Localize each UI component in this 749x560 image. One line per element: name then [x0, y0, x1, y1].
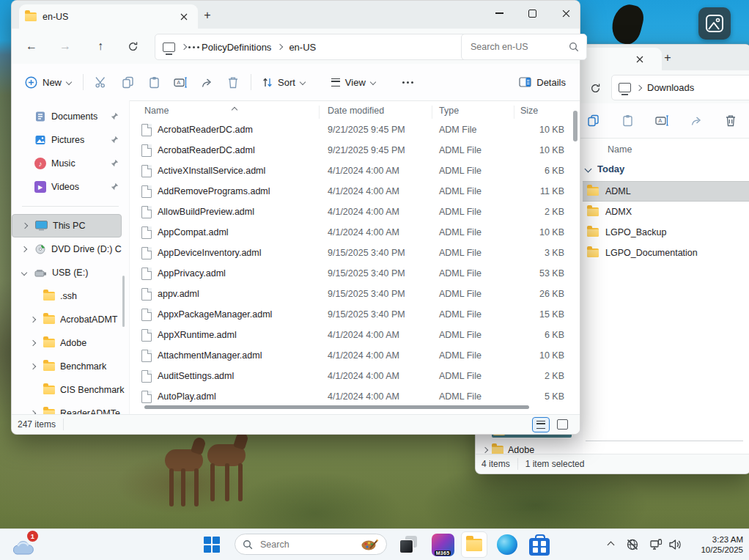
taskbar-clock[interactable]: 3:23 AM 10/25/2025: [701, 529, 743, 560]
back-button[interactable]: ←: [21, 36, 43, 56]
file-explorer-button[interactable]: [460, 529, 488, 560]
sidebar-item-cis-benchmark[interactable]: CIS Benchmark: [12, 378, 129, 402]
folder-row[interactable]: ADMX: [583, 202, 749, 222]
address-bar[interactable]: PolicyDefinitions en-US: [155, 34, 470, 60]
sidebar-item-this-pc[interactable]: This PC: [12, 214, 122, 237]
sidebar-item-adobe[interactable]: Adobe: [12, 331, 129, 355]
more-options-button[interactable]: [395, 69, 421, 95]
new-tab-button[interactable]: +: [659, 49, 676, 67]
paste-button[interactable]: [141, 69, 167, 95]
file-row[interactable]: AcrobatReaderDC.adml 9/21/2025 9:45 PM A…: [130, 140, 569, 161]
copy-button[interactable]: [580, 108, 606, 134]
column-header-date[interactable]: Date modified: [328, 106, 384, 116]
folder-row[interactable]: LGPO_Backup: [583, 222, 749, 243]
view-button[interactable]: View: [325, 69, 382, 95]
cut-button[interactable]: [88, 69, 114, 95]
file-row[interactable]: AttachmentManager.adml 4/1/2024 4:00 AM …: [130, 345, 569, 366]
photos-shortcut-icon[interactable]: [698, 7, 731, 40]
sidebar-item-ssh[interactable]: .ssh: [12, 284, 129, 308]
search-input[interactable]: [469, 41, 569, 53]
new-button[interactable]: New: [18, 69, 78, 95]
m365-copilot-button[interactable]: M365: [429, 529, 456, 560]
ethernet-icon[interactable]: [646, 529, 665, 560]
file-row[interactable]: AppCompat.adml 4/1/2024 4:00 AM ADML Fil…: [130, 222, 569, 243]
breadcrumb-overflow-icon[interactable]: [193, 46, 195, 48]
taskbar-search-input[interactable]: [259, 539, 354, 550]
tray-expand-button[interactable]: [602, 529, 619, 560]
file-name: AppCompat.adml: [158, 227, 229, 237]
address-bar[interactable]: Downloads: [611, 75, 749, 100]
volume-icon[interactable]: [665, 529, 685, 560]
sidebar-item-dvd-drive[interactable]: DVD Drive (D:) C: [12, 237, 129, 261]
new-tab-button[interactable]: +: [199, 7, 216, 24]
microsoft-store-button[interactable]: [526, 529, 553, 560]
file-row[interactable]: AppxPackageManager.adml 9/15/2025 3:40 P…: [130, 304, 569, 325]
scrollbar-track[interactable]: [586, 441, 743, 441]
copy-button[interactable]: [114, 69, 141, 95]
edge-browser-button[interactable]: [494, 529, 520, 560]
sidebar-item-usb-e[interactable]: USB (E:): [12, 261, 129, 284]
column-header-type[interactable]: Type: [439, 106, 459, 116]
sidebar-item-music[interactable]: ♪ Music: [12, 152, 129, 175]
file-row[interactable]: AppDeviceInventory.adml 9/15/2025 3:40 P…: [130, 243, 569, 263]
breadcrumb-item[interactable]: Downloads: [647, 82, 694, 93]
file-row[interactable]: AcrobatReaderDC.adm 9/21/2025 9:45 PM AD…: [130, 119, 569, 140]
maximize-button[interactable]: [517, 4, 547, 23]
folder-row[interactable]: ADML: [583, 181, 749, 202]
column-headers: Name Date modified Type Size: [130, 103, 580, 119]
vertical-scrollbar[interactable]: [573, 111, 578, 141]
sidebar-item-acrobatadmt[interactable]: AcrobatADMT: [12, 308, 129, 331]
file-date-modified: 9/15/2025 3:40 PM: [328, 289, 405, 299]
refresh-button[interactable]: [584, 78, 606, 98]
tab-close-icon[interactable]: [632, 51, 648, 67]
minimize-button[interactable]: [484, 4, 514, 23]
breadcrumb-item[interactable]: en-US: [289, 42, 316, 53]
forward-button[interactable]: →: [54, 36, 76, 56]
sidebar-scrollbar[interactable]: [122, 276, 125, 327]
details-view-toggle[interactable]: [532, 417, 550, 432]
close-button[interactable]: [551, 4, 580, 23]
rename-button[interactable]: A: [649, 108, 675, 134]
large-icons-view-toggle[interactable]: [553, 417, 571, 432]
sidebar-item-benchmark[interactable]: Benchmark: [12, 355, 129, 378]
column-header-name[interactable]: Name: [608, 144, 632, 155]
file-row[interactable]: ActiveXInstallService.adml 4/1/2024 4:00…: [130, 161, 569, 181]
en-us-tab[interactable]: en-US: [19, 4, 198, 29]
sidebar-item-adobe[interactable]: Adobe: [476, 441, 583, 454]
file-row[interactable]: AddRemovePrograms.adml 4/1/2024 4:00 AM …: [130, 181, 569, 202]
delete-button[interactable]: [220, 69, 246, 95]
delete-button[interactable]: [717, 108, 744, 134]
sidebar-item-documents[interactable]: Documents: [12, 105, 129, 128]
file-row[interactable]: AppPrivacy.adml 9/15/2025 3:40 PM ADML F…: [130, 263, 569, 284]
group-header-today[interactable]: Today: [586, 163, 624, 174]
share-button[interactable]: [193, 69, 220, 95]
cloud-tray-icon[interactable]: 1: [10, 531, 40, 559]
up-button[interactable]: ↑: [89, 36, 111, 56]
sidebar-item-videos[interactable]: ▶ Videos: [12, 175, 129, 199]
file-row[interactable]: AllowBuildPreview.adml 4/1/2024 4:00 AM …: [130, 202, 569, 222]
folder-row[interactable]: LGPO_Documentation: [583, 243, 749, 263]
start-button[interactable]: [202, 529, 221, 560]
search-box[interactable]: [461, 34, 587, 60]
file-type: ADML File: [439, 371, 482, 381]
details-toggle-button[interactable]: Details: [512, 69, 572, 95]
taskbar-search-box[interactable]: [235, 534, 387, 555]
refresh-button[interactable]: [122, 36, 144, 56]
file-row[interactable]: AppXRuntime.adml 4/1/2024 4:00 AM ADML F…: [130, 325, 569, 345]
file-row[interactable]: AuditSettings.adml 4/1/2024 4:00 AM ADML…: [130, 366, 569, 386]
sort-button[interactable]: Sort: [256, 69, 311, 95]
horizontal-scrollbar[interactable]: [144, 405, 529, 409]
tab-close-icon[interactable]: [176, 9, 192, 25]
sidebar-item-pictures[interactable]: Pictures: [12, 128, 129, 152]
no-internet-icon[interactable]: [623, 529, 642, 560]
paste-button[interactable]: [614, 108, 641, 134]
task-view-button[interactable]: [397, 529, 419, 560]
file-row[interactable]: AutoPlay.adml 4/1/2024 4:00 AM ADML File…: [130, 386, 569, 407]
breadcrumb-item[interactable]: PolicyDefinitions: [202, 42, 271, 53]
column-header-size[interactable]: Size: [520, 106, 538, 116]
rename-button[interactable]: A: [167, 69, 193, 95]
column-header-name[interactable]: Name: [144, 106, 169, 116]
sidebar-item-readeradmte[interactable]: ReaderADMTe: [12, 402, 129, 415]
file-row[interactable]: appv.adml 9/15/2025 3:40 PM ADML File 26…: [130, 284, 569, 304]
share-button[interactable]: [683, 108, 709, 134]
